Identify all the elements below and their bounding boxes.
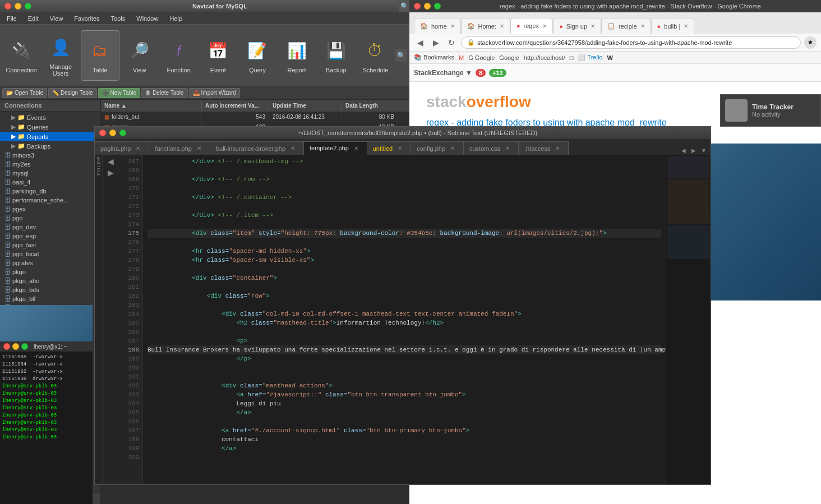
tab-untitled[interactable]: untitled ✕ (367, 141, 411, 155)
chrome-tab-signup[interactable]: ● Sign up ✕ (553, 18, 601, 34)
bm-localhost[interactable]: http://localhost/ (524, 54, 565, 61)
tab-template2[interactable]: template2.php ✕ (304, 141, 367, 155)
tab-functions[interactable]: functions.php ✕ (149, 141, 210, 155)
chrome-refresh-btn[interactable]: ↻ (445, 36, 458, 49)
tool-backup[interactable]: 💾 Backup (317, 30, 355, 81)
tab-htaccess[interactable]: .htaccess ✕ (519, 141, 569, 155)
term-max-btn[interactable] (21, 343, 28, 350)
bm-google2[interactable]: Google (499, 54, 519, 61)
tab-close-template2[interactable]: ✕ (352, 144, 360, 152)
tool-schedule[interactable]: ⏱ Schedule (356, 30, 394, 81)
navicat-search-icon[interactable]: 🔍 (399, 0, 409, 12)
nav-left-arrow[interactable]: ◀ (108, 157, 114, 166)
minimize-btn[interactable] (15, 3, 21, 10)
tool-function[interactable]: f Function (160, 30, 198, 81)
menu-favorites[interactable]: Favorites (72, 14, 102, 23)
sidebar-item-backups[interactable]: ▶ 📁 Backups (0, 141, 100, 151)
sidebar-item-my2es[interactable]: 🗄 my2es (0, 160, 100, 169)
chrome-min-btn[interactable] (424, 3, 431, 10)
terminal-content[interactable]: 11151965 -rwxrwxr-x 11151964 -rwxrwxr-x … (0, 352, 93, 504)
tool-view[interactable]: 🔎 View (121, 30, 159, 81)
chrome-forward-btn[interactable]: ▶ (430, 36, 442, 49)
delete-table-btn[interactable]: 🗑 Delete Table (141, 88, 187, 98)
sidebar-item-oasi4[interactable]: 🗄 oasi_4 (0, 178, 100, 187)
tool-table[interactable]: 🗂 Table (81, 30, 119, 81)
tab-config[interactable]: config.php ✕ (411, 141, 464, 155)
sidebar-item-pgex[interactable]: 🗄 pgex (0, 205, 100, 214)
sidebar-item-minors3[interactable]: 🗄 minors3 (0, 151, 100, 160)
bm-gmail[interactable]: M (459, 54, 464, 61)
menu-window[interactable]: Window (134, 14, 160, 23)
tool-manage-users[interactable]: 👤 Manage Users (41, 30, 80, 81)
open-table-btn[interactable]: 📂 Open Table (2, 88, 47, 98)
sidebar-item-perf[interactable]: 🗄 performance_sche... (0, 196, 100, 205)
chrome-url-bar[interactable]: 🔒 stackoverflow.com/questions/36427958/a… (461, 36, 801, 49)
term-close-btn[interactable] (3, 343, 10, 350)
menu-edit[interactable]: Edit (26, 14, 41, 23)
chrome-max-btn[interactable] (434, 3, 441, 10)
tab-close-signup[interactable]: ✕ (591, 23, 595, 29)
ext-bookmark[interactable]: ★ (804, 36, 817, 49)
code-area[interactable]: </div> <!-- /.masthead-img --> </div> <!… (143, 155, 666, 484)
sidebar-item-parkingo[interactable]: 🗄 parkingo_db (0, 187, 100, 196)
tool-event[interactable]: 📅 Event (199, 30, 237, 81)
bm-google[interactable]: G Google (468, 54, 495, 61)
tab-dropdown[interactable]: ▼ (699, 146, 708, 155)
tab-bull-insurance[interactable]: bull-insurance-broker.php ✕ (210, 141, 304, 155)
chrome-tab-recipe[interactable]: 📋 recipie ✕ (601, 18, 651, 34)
sidebar-item-pgo[interactable]: 🗄 pgo (0, 214, 100, 223)
sidebar-item-pkgo-bds[interactable]: 🗄 pkgo_bds (0, 285, 100, 294)
menu-help[interactable]: Help (167, 14, 185, 23)
bm-trello[interactable]: ⬜ Trello (578, 54, 602, 61)
maximize-btn[interactable] (25, 3, 31, 10)
col-datalength[interactable]: Data Length (342, 100, 398, 112)
tab-close-bull[interactable]: ✕ (289, 145, 297, 152)
tab-close-custom[interactable]: ✕ (504, 145, 511, 152)
sidebar-item-pgo-local[interactable]: 🗄 pgo_local (0, 249, 100, 258)
notification-badge-red[interactable]: 8 (476, 69, 486, 77)
tab-close-untitled[interactable]: ✕ (396, 145, 404, 152)
import-wizard-btn[interactable]: 📥 Import Wizard (189, 88, 240, 98)
tab-close-functions[interactable]: ✕ (195, 145, 203, 152)
col-auto[interactable]: Auto Increment Va... (202, 100, 269, 112)
sublime-min-btn[interactable] (109, 130, 116, 136)
tab-pagina[interactable]: pagina.php ✕ (95, 141, 149, 155)
sidebar-item-pkgo[interactable]: 🗄 pkgo (0, 267, 100, 276)
bm-w[interactable]: W (607, 54, 612, 61)
tab-close-bullb[interactable]: ✕ (684, 23, 688, 29)
sidebar-item-events[interactable]: ▶ 📁 Events (0, 113, 100, 122)
chrome-tab-home[interactable]: 🏠 home ✕ (414, 18, 461, 34)
sidebar-item-pkgo-aho[interactable]: 🗄 pkgo_aho (0, 276, 100, 285)
sidebar-item-pkgo-blf[interactable]: 🗄 pkgo_blf (0, 294, 100, 303)
chrome-tab-bullb[interactable]: ● bullb | ✕ (651, 18, 695, 34)
bm-bookmarks[interactable]: 📚 Bookmarks (414, 54, 454, 61)
tab-close-home2[interactable]: ✕ (500, 23, 504, 29)
notification-badge-green[interactable]: +13 (489, 69, 506, 77)
tab-scroll-left[interactable]: ◀ (679, 146, 688, 155)
menu-file[interactable]: File (4, 14, 19, 23)
tab-close-regex[interactable]: ✕ (542, 23, 547, 29)
bm-square[interactable]: □ (570, 54, 574, 61)
sidebar-item-queries[interactable]: ▶ 📁 Queries (0, 122, 100, 132)
sidebar-item-pgrates[interactable]: 🗄 pgrates (0, 258, 100, 267)
table-row[interactable]: ▦ folders_but 543 2016-02-08 16:41:23 80… (101, 112, 409, 122)
sublime-close-btn[interactable] (99, 130, 106, 136)
col-name[interactable]: Name ▲ (101, 100, 202, 112)
tab-close-htaccess[interactable]: ✕ (554, 145, 561, 152)
chrome-back-btn[interactable]: ◀ (414, 36, 426, 49)
close-btn[interactable] (4, 3, 11, 10)
chrome-tab-home2[interactable]: 🏠 Home: ✕ (461, 18, 510, 34)
tab-close-home[interactable]: ✕ (450, 23, 455, 29)
tab-close-config[interactable]: ✕ (449, 145, 456, 152)
sublime-max-btn[interactable] (119, 130, 126, 136)
tool-connection[interactable]: 🔌 Connection (2, 30, 40, 81)
menu-tools[interactable]: Tools (109, 14, 128, 23)
sidebar-item-pgo-esp[interactable]: 🗄 pgo_esp (0, 232, 100, 241)
sidebar-item-reports[interactable]: ▶ 📁 Reports (0, 132, 100, 141)
chrome-close-btn[interactable] (414, 3, 421, 10)
tool-report[interactable]: 📊 Report (278, 30, 316, 81)
sidebar-item-pgo-dev[interactable]: 🗄 pgo_dev (0, 223, 100, 232)
menu-view[interactable]: View (48, 14, 66, 23)
tab-scroll-right[interactable]: ▶ (689, 146, 698, 155)
toolbar-search-button[interactable]: 🔍 (395, 49, 407, 62)
